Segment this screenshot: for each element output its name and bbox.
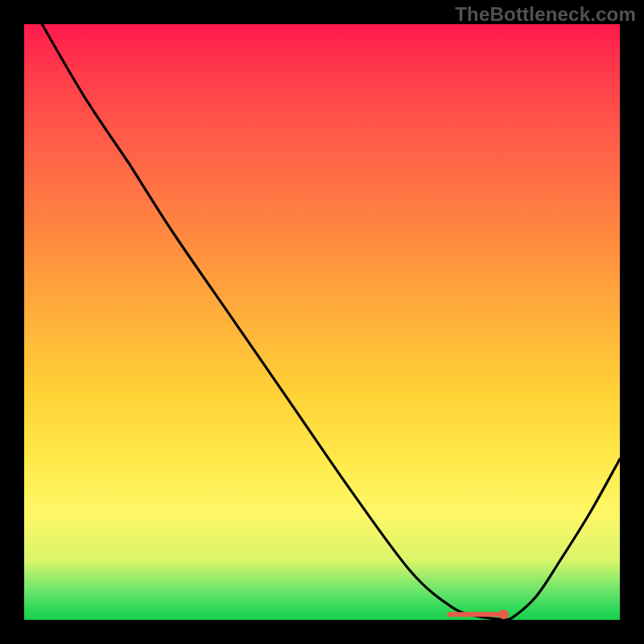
watermark-text: TheBottleneck.com	[455, 3, 636, 26]
bottleneck-curve-svg	[24, 24, 620, 620]
chart-frame: TheBottleneck.com	[0, 0, 644, 644]
plot-area	[24, 24, 620, 620]
minimum-marker	[499, 609, 509, 619]
minimum-band	[447, 612, 501, 617]
bottleneck-curve-path	[42, 24, 620, 620]
